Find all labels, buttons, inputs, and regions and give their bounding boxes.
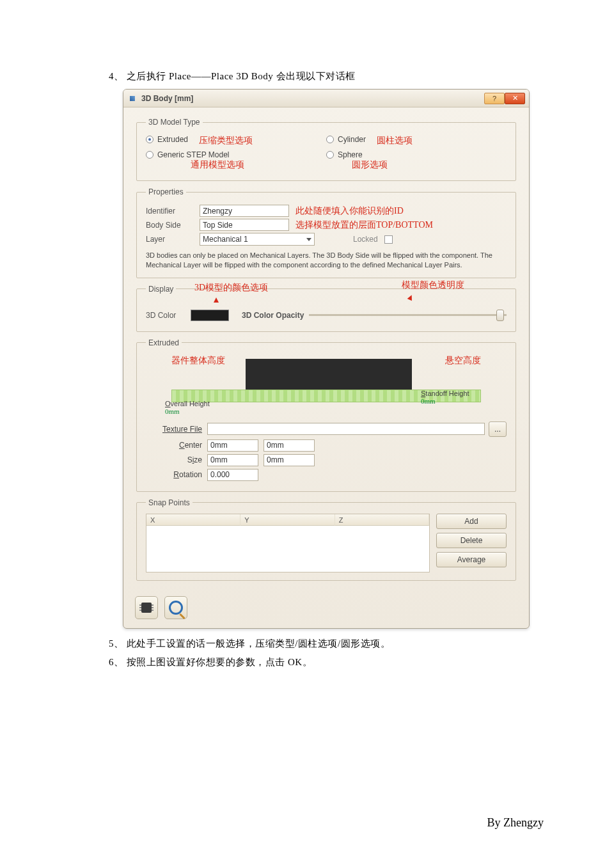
note-cylinder: 圆柱选项 — [377, 136, 413, 145]
footprint-icon[interactable] — [135, 596, 158, 619]
locked-label: Locked — [353, 235, 378, 244]
center-y-input[interactable] — [264, 439, 315, 452]
dialog-3d-body: 3D Body [mm] ? ✕ 3D Model Type Extruded … — [123, 89, 530, 629]
size-y-input[interactable] — [264, 454, 315, 466]
snap-grid[interactable]: X Y Z — [146, 514, 430, 572]
identifier-input[interactable] — [200, 205, 289, 217]
extruded-preview: 器件整体高度 悬空高度 Overall Height 0mm Standoff … — [146, 354, 507, 418]
bodyside-input[interactable] — [200, 219, 289, 231]
layer-label: Layer — [146, 235, 200, 244]
arrow-icon — [407, 294, 414, 301]
snap-col-y: Y — [240, 514, 335, 526]
help-button[interactable]: ? — [484, 93, 505, 104]
step-4: 4、 之后执行 Place——Place 3D Body 会出现以下对话框 — [109, 70, 544, 83]
note-standoff-height: 悬空高度 — [445, 355, 481, 367]
group-extruded: Extruded 器件整体高度 悬空高度 Overall Height 0mm … — [136, 338, 516, 492]
layer-select[interactable]: Mechanical 1 — [200, 233, 315, 246]
note-opacity: 模型颜色透明度 — [402, 280, 464, 291]
group-properties: Properties Identifier 此处随便填入你能识别的ID Body… — [136, 187, 516, 278]
note-identifier: 此处随便填入你能识别的ID — [295, 205, 404, 217]
radio-cylinder-label: Cylinder — [338, 135, 366, 144]
note-generic: 通用模型选项 — [191, 160, 244, 170]
size-x-input[interactable] — [207, 454, 258, 466]
footer-author: By Zhengzy — [487, 816, 544, 830]
legend-model-type: 3D Model Type — [146, 118, 203, 127]
svg-rect-0 — [141, 603, 152, 613]
color-swatch[interactable] — [191, 310, 229, 321]
arrow-icon — [214, 297, 219, 303]
legend-snap: Snap Points — [146, 498, 193, 507]
average-button[interactable]: Average — [436, 552, 507, 567]
snap-col-x: X — [146, 514, 240, 526]
dialog-title: 3D Body [mm] — [141, 94, 484, 103]
group-model-type: 3D Model Type Extruded 压缩类型选项 Cylinder — [136, 118, 516, 181]
group-display: Display 3D模型的颜色选项 模型颜色透明度 3D Color 3D Co… — [136, 285, 516, 332]
color-label: 3D Color — [146, 311, 191, 320]
titlebar: 3D Body [mm] ? ✕ — [123, 90, 529, 107]
svg-rect-1 — [139, 604, 141, 606]
step-5: 5、 此处手工设置的话一般选择，压缩类型/圆柱选项/圆形选项。 — [109, 638, 544, 650]
rotation-label: Rotation — [146, 470, 207, 479]
opacity-slider[interactable] — [309, 309, 507, 322]
texture-file-label: Texture File — [146, 425, 207, 434]
identifier-label: Identifier — [146, 207, 200, 216]
radio-extruded-label: Extruded — [157, 135, 188, 144]
note-overall-height: 器件整体高度 — [171, 355, 225, 367]
radio-sphere[interactable]: Sphere — [326, 150, 363, 159]
radio-generic-label: Generic STEP Model — [157, 150, 230, 159]
locked-checkbox[interactable] — [384, 235, 393, 244]
radio-generic-step[interactable]: Generic STEP Model — [146, 150, 230, 159]
size-label: Size — [146, 455, 207, 464]
layer-select-value: Mechanical 1 — [203, 235, 248, 244]
svg-rect-5 — [152, 607, 154, 608]
note-extruded: 压缩类型选项 — [199, 136, 253, 145]
note-sphere: 圆形选项 — [352, 160, 388, 170]
legend-display: Display — [146, 285, 176, 294]
bodyside-label: Body Side — [146, 221, 200, 230]
overall-height-label: Overall Height 0mm — [165, 400, 210, 415]
svg-rect-6 — [152, 610, 154, 611]
add-button[interactable]: Add — [436, 514, 507, 529]
center-x-input[interactable] — [207, 439, 258, 452]
magnifier-icon[interactable] — [164, 596, 187, 619]
note-3d-color: 3D模型的颜色选项 — [194, 282, 268, 294]
note-bodyside: 选择模型放置的层面TOP/BOTTOM — [295, 219, 433, 231]
radio-extruded[interactable]: Extruded — [146, 135, 188, 144]
svg-rect-3 — [139, 610, 141, 611]
chevron-down-icon — [306, 238, 311, 241]
opacity-label: 3D Color Opacity — [242, 311, 304, 320]
center-label: Center — [146, 441, 207, 450]
rotation-input[interactable] — [207, 469, 258, 481]
svg-rect-4 — [152, 604, 154, 606]
legend-extruded: Extruded — [146, 338, 182, 347]
svg-rect-2 — [139, 607, 141, 608]
legend-properties: Properties — [146, 187, 186, 196]
app-icon — [127, 93, 138, 104]
delete-button[interactable]: Delete — [436, 533, 507, 548]
step-6: 6、 按照上图设置好你想要的参数，点击 OK。 — [109, 656, 544, 668]
standoff-height-label: Standoff Height 0mm — [421, 390, 469, 405]
radio-cylinder[interactable]: Cylinder — [326, 135, 366, 144]
texture-browse-button[interactable]: ... — [489, 422, 507, 437]
properties-info-text: 3D bodies can only be placed on Mechanic… — [146, 251, 507, 270]
close-button[interactable]: ✕ — [505, 93, 525, 104]
group-snap-points: Snap Points X Y Z Add Delete Average — [136, 498, 516, 581]
texture-file-input[interactable] — [207, 423, 485, 435]
snap-col-z: Z — [335, 514, 429, 526]
radio-sphere-label: Sphere — [338, 150, 363, 159]
